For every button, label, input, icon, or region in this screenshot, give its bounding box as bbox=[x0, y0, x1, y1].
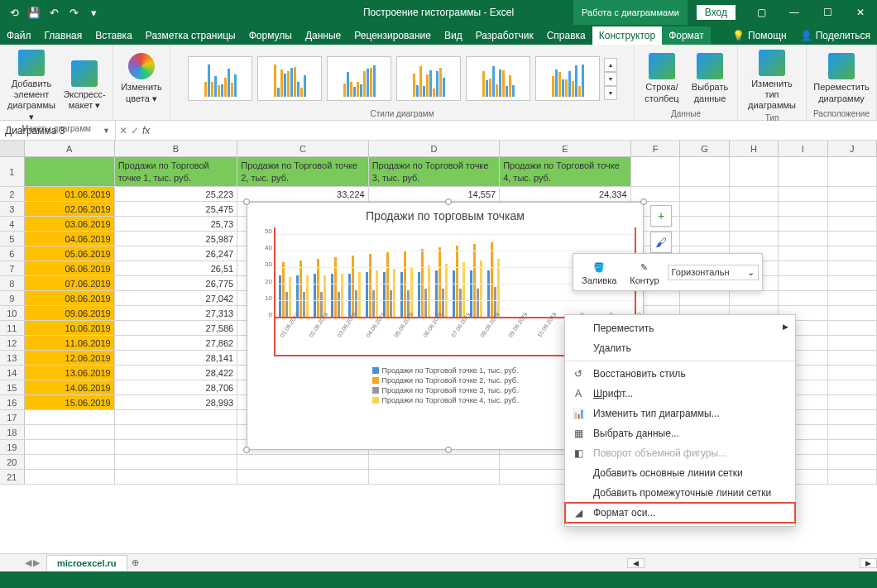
cell[interactable]: Продажи по Торговой точке 3, тыс. руб. bbox=[369, 157, 500, 186]
quick-layout-button[interactable]: Экспресс-макет ▾ bbox=[61, 59, 108, 112]
row-header[interactable]: 11 bbox=[0, 321, 25, 335]
cell[interactable]: 06.06.2019 bbox=[25, 261, 115, 275]
tab-data[interactable]: Данные bbox=[299, 26, 347, 45]
context-menu-item[interactable]: Переместить▶ bbox=[565, 318, 795, 338]
cell[interactable]: 25,73 bbox=[115, 217, 238, 231]
axis-selector[interactable]: Горизонтальн⌄ bbox=[668, 265, 759, 280]
row-header[interactable]: 10 bbox=[0, 306, 25, 320]
resize-handle[interactable] bbox=[243, 447, 250, 453]
enter-formula-icon[interactable]: ✓ bbox=[131, 125, 139, 136]
resize-handle[interactable] bbox=[445, 447, 452, 453]
cell[interactable]: 25,475 bbox=[115, 202, 238, 216]
cell[interactable]: 13.06.2019 bbox=[25, 366, 115, 380]
fill-button[interactable]: 🪣Заливка bbox=[577, 257, 621, 287]
name-box[interactable]: Диаграмма 3▼ bbox=[0, 121, 116, 140]
scroll-right-icon[interactable]: ▶ bbox=[860, 558, 877, 568]
row-header[interactable]: 16 bbox=[0, 395, 25, 409]
cell[interactable]: Продажи по Торговой точке 1, тыс. руб. bbox=[115, 157, 238, 186]
tab-formulas[interactable]: Формулы bbox=[242, 26, 299, 45]
row-header[interactable]: 18 bbox=[0, 425, 25, 439]
cell[interactable]: 28,422 bbox=[115, 366, 238, 380]
chart-style-thumb[interactable] bbox=[188, 56, 252, 101]
scroll-left-icon[interactable]: ◀ bbox=[627, 558, 645, 568]
ribbon-options-icon[interactable]: ▢ bbox=[745, 0, 778, 25]
switch-row-col-button[interactable]: Строка/столбец bbox=[640, 51, 684, 105]
maximize-icon[interactable]: ☐ bbox=[811, 0, 844, 25]
row-header[interactable]: 15 bbox=[0, 380, 25, 394]
sheet-tab[interactable]: microexcel.ru bbox=[46, 555, 127, 571]
select-all-corner[interactable] bbox=[0, 141, 25, 156]
col-header[interactable]: J bbox=[828, 141, 877, 156]
cell[interactable]: 09.06.2019 bbox=[25, 306, 115, 320]
context-menu-item[interactable]: Добавить основные линии сетки bbox=[565, 463, 795, 483]
cell[interactable]: 14.06.2019 bbox=[25, 380, 115, 394]
gallery-nav-icon[interactable]: ▴ bbox=[604, 58, 617, 72]
cell[interactable]: 28,141 bbox=[115, 351, 238, 365]
col-header[interactable]: F bbox=[631, 141, 680, 156]
col-header[interactable]: H bbox=[730, 141, 779, 156]
row-header[interactable]: 2 bbox=[0, 187, 25, 201]
cell[interactable]: Продажи по Торговой точке 2, тыс. руб. bbox=[237, 157, 368, 186]
move-chart-button[interactable]: Переместить диаграмму bbox=[812, 51, 871, 105]
cell[interactable]: 08.06.2019 bbox=[25, 291, 115, 305]
formula-input[interactable] bbox=[153, 121, 877, 140]
minimize-icon[interactable]: — bbox=[778, 0, 811, 25]
chart-elements-button[interactable]: + bbox=[650, 205, 672, 227]
col-header[interactable]: G bbox=[680, 141, 729, 156]
row-header[interactable]: 9 bbox=[0, 291, 25, 305]
new-sheet-button[interactable]: ⊕ bbox=[127, 557, 144, 568]
tab-page-layout[interactable]: Разметка страницы bbox=[139, 26, 242, 45]
tab-file[interactable]: Файл bbox=[0, 26, 38, 45]
cell[interactable]: 26,775 bbox=[115, 276, 238, 290]
autosave-icon[interactable]: ⟲ bbox=[7, 5, 22, 20]
resize-handle[interactable] bbox=[243, 198, 250, 205]
cell[interactable]: 10.06.2019 bbox=[25, 321, 115, 335]
col-header[interactable]: A bbox=[25, 141, 115, 156]
cell[interactable]: 05.06.2019 bbox=[25, 246, 115, 261]
sheet-nav-next-icon[interactable]: ▶ bbox=[33, 557, 40, 568]
close-icon[interactable]: ✕ bbox=[844, 0, 877, 25]
select-data-button[interactable]: Выбрать данные bbox=[688, 51, 732, 105]
chart-style-thumb[interactable] bbox=[466, 56, 530, 101]
context-menu-item[interactable]: Удалить bbox=[565, 338, 795, 358]
signin-button[interactable]: Вход bbox=[696, 4, 736, 21]
chart-style-thumb[interactable] bbox=[396, 56, 461, 101]
cell[interactable]: 27,042 bbox=[115, 291, 238, 305]
context-menu-item[interactable]: ▦Выбрать данные... bbox=[565, 423, 795, 443]
tab-help[interactable]: Справка bbox=[540, 26, 592, 45]
cancel-formula-icon[interactable]: ✕ bbox=[119, 125, 127, 136]
cell[interactable]: 25,987 bbox=[115, 232, 238, 246]
col-header[interactable]: I bbox=[779, 141, 827, 156]
row-header[interactable]: 1 bbox=[0, 157, 25, 186]
row-header[interactable]: 17 bbox=[0, 410, 25, 424]
cell[interactable]: 24,334 bbox=[500, 187, 630, 201]
cell[interactable]: 15.06.2019 bbox=[25, 395, 115, 409]
chart-styles-gallery[interactable]: ▴▾▾ bbox=[187, 48, 617, 109]
cell[interactable]: 27,586 bbox=[115, 321, 238, 335]
row-header[interactable]: 20 bbox=[0, 455, 25, 469]
change-chart-type-button[interactable]: Изменить тип диаграммы bbox=[743, 48, 801, 113]
context-menu-item[interactable]: ↺Восстановить стиль bbox=[565, 364, 795, 384]
cell[interactable]: 26,51 bbox=[115, 261, 238, 275]
cell[interactable]: 12.06.2019 bbox=[25, 351, 115, 365]
cell[interactable]: 27,862 bbox=[115, 336, 238, 350]
cell[interactable]: 27,313 bbox=[115, 306, 238, 320]
row-header[interactable]: 3 bbox=[0, 202, 25, 216]
cell[interactable]: 11.06.2019 bbox=[25, 336, 115, 350]
context-menu-item[interactable]: AШрифт... bbox=[565, 384, 795, 404]
save-icon[interactable]: 💾 bbox=[26, 5, 41, 20]
fx-icon[interactable]: fx bbox=[142, 125, 150, 136]
col-header[interactable]: E bbox=[500, 141, 631, 156]
spreadsheet-grid[interactable]: A B C D E F G H I J 1 Продажи по Торгово… bbox=[0, 141, 877, 546]
row-header[interactable]: 5 bbox=[0, 232, 25, 246]
row-header[interactable]: 13 bbox=[0, 351, 25, 365]
undo-icon[interactable]: ↶ bbox=[46, 5, 61, 20]
row-header[interactable]: 4 bbox=[0, 217, 25, 231]
change-colors-button[interactable]: Изменить цвета ▾ bbox=[118, 51, 165, 105]
cell[interactable]: 14,557 bbox=[369, 187, 500, 201]
tab-developer[interactable]: Разработчик bbox=[469, 26, 540, 45]
row-header[interactable]: 6 bbox=[0, 246, 25, 261]
col-header[interactable]: D bbox=[369, 141, 501, 156]
tab-format[interactable]: Формат bbox=[662, 26, 711, 45]
cell[interactable]: 28,706 bbox=[115, 380, 238, 394]
